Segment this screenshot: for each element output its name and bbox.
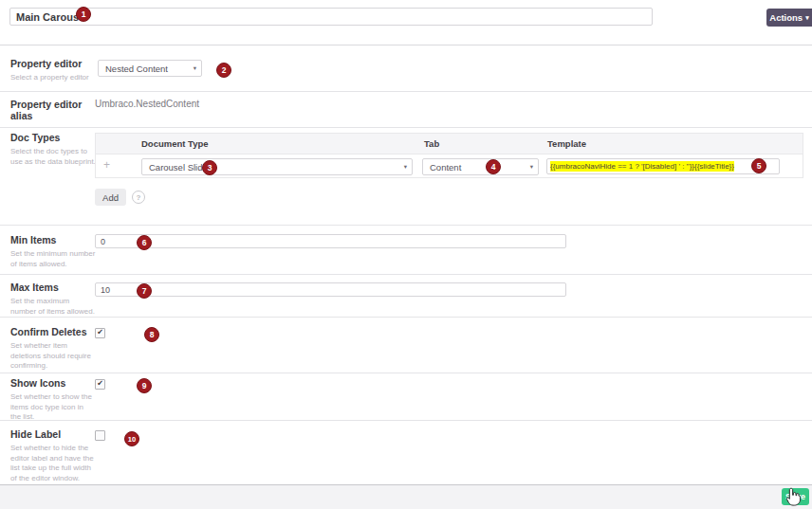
show-icons-description: Set whether to show the items doc type i… xyxy=(10,392,96,423)
checkmark-icon: ✔ xyxy=(97,329,103,336)
hide-label-label: Hide Label Set whether to hide the edito… xyxy=(10,428,96,483)
min-items-label: Min Items Set the minimum number of item… xyxy=(10,234,96,269)
move-handle-icon[interactable]: + xyxy=(103,159,110,171)
property-editor-alias-label: Property editor alias xyxy=(10,99,96,121)
question-mark-icon: ? xyxy=(137,193,141,202)
show-icons-label-text: Show Icons xyxy=(10,377,65,389)
annotation-badge-3: 3 xyxy=(202,160,217,175)
mouse-cursor-hand-icon xyxy=(785,487,802,506)
row-divider xyxy=(0,127,812,128)
hide-label-checkbox[interactable] xyxy=(95,430,105,441)
row-divider xyxy=(0,225,812,226)
chevron-down-icon: ▾ xyxy=(530,163,533,171)
row-divider xyxy=(0,274,812,275)
document-type-select-value: Carousel Slide xyxy=(149,162,208,173)
confirm-deletes-checkbox[interactable]: ✔ xyxy=(95,328,105,338)
header-divider xyxy=(0,45,812,45)
annotation-badge-9: 9 xyxy=(137,378,152,393)
doc-types-table: Document Type Tab Template + Carousel Sl… xyxy=(95,133,803,178)
min-items-input[interactable] xyxy=(95,234,566,248)
max-items-input[interactable] xyxy=(95,282,566,297)
doc-types-table-header: Document Type Tab Template xyxy=(96,134,803,155)
hide-label-description: Set whether to hide the editor label and… xyxy=(10,444,96,483)
property-editor-select-value: Nested Content xyxy=(105,64,168,74)
row-divider xyxy=(0,317,812,318)
show-icons-checkbox[interactable]: ✔ xyxy=(95,379,105,390)
annotation-badge-4: 4 xyxy=(486,159,501,174)
max-items-description: Set the maximum number of items allowed. xyxy=(10,297,96,317)
confirm-deletes-label-text: Confirm Deletes xyxy=(10,326,87,337)
row-divider xyxy=(0,91,812,92)
template-input[interactable]: {{umbracoNaviHide == 1 ? '[Disabled] ' :… xyxy=(546,158,780,174)
annotation-badge-10: 10 xyxy=(124,431,139,446)
chevron-down-icon: ▾ xyxy=(194,64,196,72)
add-doc-type-button[interactable]: Add xyxy=(95,189,126,206)
doc-types-description: Select the doc types to use as the data … xyxy=(10,147,96,167)
checkmark-icon: ✔ xyxy=(97,380,103,388)
property-editor-alias-label-text: Property editor alias xyxy=(10,99,82,121)
doc-types-label-text: Doc Types xyxy=(10,132,60,143)
property-editor-select[interactable]: Nested Content ▾ xyxy=(98,60,202,77)
annotation-badge-8: 8 xyxy=(144,327,159,342)
actions-button-label: Actions xyxy=(769,12,803,23)
actions-button[interactable]: Actions ▾ xyxy=(766,9,812,27)
min-items-label-text: Min Items xyxy=(10,234,56,245)
help-icon[interactable]: ? xyxy=(132,191,145,204)
row-divider xyxy=(0,420,812,421)
doc-types-label: Doc Types Select the doc types to use as… xyxy=(10,132,96,167)
hide-label-label-text: Hide Label xyxy=(10,428,61,440)
show-icons-label: Show Icons Set whether to show the items… xyxy=(10,377,96,423)
property-editor-label-text: Property editor xyxy=(10,58,82,69)
footer-bar xyxy=(0,484,812,509)
name-input[interactable] xyxy=(9,8,653,26)
property-editor-description: Select a property editor xyxy=(10,73,96,83)
confirm-deletes-description: Set whether item deletions should requir… xyxy=(10,341,96,372)
confirm-deletes-label: Confirm Deletes Set whether item deletio… xyxy=(10,326,96,372)
document-type-select[interactable]: Carousel Slide ▾ xyxy=(141,158,413,175)
row-divider xyxy=(0,373,812,373)
template-input-value: {{umbracoNaviHide == 1 ? '[Disabled] ' :… xyxy=(550,161,734,172)
annotation-badge-6: 6 xyxy=(137,235,152,250)
annotation-badge-2: 2 xyxy=(216,63,231,78)
max-items-label-text: Max Items xyxy=(10,282,59,293)
annotation-badge-5: 5 xyxy=(751,158,766,173)
add-button-label: Add xyxy=(102,192,119,203)
annotation-badge-1: 1 xyxy=(76,7,91,22)
column-header-template: Template xyxy=(547,138,586,149)
column-header-tab: Tab xyxy=(424,138,439,149)
property-editor-label: Property editor Select a property editor xyxy=(10,58,96,83)
chevron-down-icon: ▾ xyxy=(805,14,809,21)
chevron-down-icon: ▾ xyxy=(404,163,407,171)
tab-select-value: Content xyxy=(430,162,461,173)
max-items-label: Max Items Set the maximum number of item… xyxy=(10,282,96,317)
tab-select[interactable]: Content ▾ xyxy=(422,158,539,175)
min-items-description: Set the minimum number of items allowed. xyxy=(10,249,96,269)
column-header-document-type: Document Type xyxy=(141,138,209,149)
annotation-badge-7: 7 xyxy=(137,283,152,299)
property-editor-alias-value: Umbraco.NestedContent xyxy=(95,99,199,109)
